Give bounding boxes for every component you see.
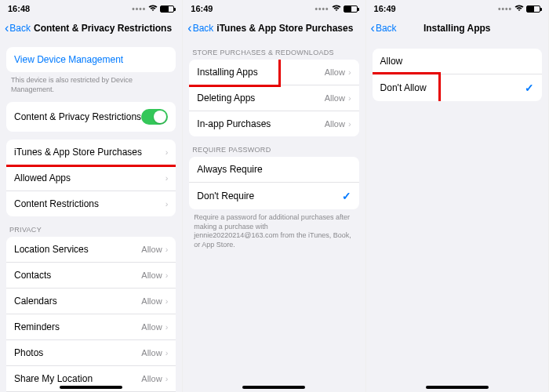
back-button[interactable]: ‹ Back <box>187 22 213 34</box>
status-icons: •••• <box>498 4 540 13</box>
row-label: Photos <box>14 347 141 358</box>
back-button[interactable]: ‹ Back <box>5 22 31 34</box>
chevron-right-icon: › <box>165 199 169 209</box>
cellular-icon: •••• <box>132 5 146 13</box>
toggle-switch-on[interactable] <box>141 109 168 125</box>
deleting-apps-row[interactable]: Deleting Apps Allow › <box>189 85 358 111</box>
clock: 16:49 <box>191 4 213 13</box>
row-label: Calendars <box>14 296 141 307</box>
link-label: View Device Management <box>14 54 168 65</box>
require-password-group: Always Require Don't Require ✓ <box>189 157 358 209</box>
wifi-icon <box>514 4 524 13</box>
row-label: Location Services <box>14 244 141 255</box>
installing-apps-row[interactable]: Installing Apps Allow › <box>189 60 358 85</box>
password-note: Require a password for additional purcha… <box>183 209 365 258</box>
row-value: Allow <box>141 296 162 306</box>
home-indicator[interactable] <box>60 386 122 389</box>
row-value: Allow <box>141 374 162 383</box>
row-value: Allow <box>141 270 162 280</box>
status-icons: •••• <box>315 4 358 13</box>
store-purchases-header: STORE PURCHASES & REDOWNLOADS <box>183 39 365 60</box>
always-require-row[interactable]: Always Require <box>189 157 358 183</box>
row-label: Installing Apps <box>197 67 324 78</box>
screen-installing-apps: 16:49 •••• ‹ Back Installing Apps Allow … <box>366 0 549 392</box>
store-purchases-group: Installing Apps Allow › Deleting Apps Al… <box>189 60 358 136</box>
cellular-icon: •••• <box>315 5 329 13</box>
chevron-right-icon: › <box>165 245 169 254</box>
home-indicator[interactable] <box>426 386 489 389</box>
status-bar: 16:49 •••• <box>366 0 548 17</box>
row-label: Allowed Apps <box>14 172 165 183</box>
dont-require-row[interactable]: Don't Require ✓ <box>189 183 358 209</box>
row-label: Allow <box>380 56 534 67</box>
itunes-app-store-purchases-row[interactable]: iTunes & App Store Purchases › <box>6 140 176 165</box>
row-value: Allow <box>141 348 162 358</box>
back-label: Back <box>376 23 397 34</box>
row-label: Don't Require <box>197 191 341 201</box>
page-title: iTunes & App Store Purchases <box>216 23 353 34</box>
view-device-management-link[interactable]: View Device Management <box>6 47 176 72</box>
chevron-right-icon: › <box>348 119 351 129</box>
wifi-icon <box>332 4 341 13</box>
allow-option-row[interactable]: Allow <box>373 49 542 74</box>
chevron-right-icon: › <box>165 173 169 183</box>
nav-bar: ‹ Back Installing Apps <box>366 17 548 39</box>
status-bar: 16:48 •••• <box>0 0 182 17</box>
calendars-row[interactable]: CalendarsAllow› <box>6 289 176 314</box>
chevron-right-icon: › <box>348 93 351 103</box>
clock: 16:48 <box>8 4 30 13</box>
wifi-icon <box>148 4 158 13</box>
row-label: Always Require <box>197 164 351 175</box>
in-app-purchases-row[interactable]: In-app Purchases Allow › <box>189 111 358 136</box>
chevron-right-icon: › <box>165 296 169 306</box>
chevron-right-icon: › <box>165 348 169 358</box>
photos-row[interactable]: PhotosAllow› <box>6 340 176 366</box>
chevron-left-icon: ‹ <box>5 22 9 34</box>
checkmark-icon: ✓ <box>342 190 351 202</box>
page-title: Installing Apps <box>424 23 491 34</box>
battery-icon <box>160 5 174 13</box>
back-label: Back <box>9 23 31 34</box>
restrictions-toggle-group: Content & Privacy Restrictions <box>6 102 176 132</box>
row-label: iTunes & App Store Purchases <box>14 147 165 158</box>
row-value: Allow <box>141 322 162 332</box>
chevron-right-icon: › <box>165 270 169 280</box>
nav-bar: ‹ Back Content & Privacy Restrictions <box>0 17 182 39</box>
row-label: Content Restrictions <box>14 198 165 209</box>
chevron-right-icon: › <box>348 67 351 77</box>
row-label: Reminders <box>14 321 141 332</box>
location-services-row[interactable]: Location ServicesAllow› <box>6 237 176 263</box>
require-password-header: REQUIRE PASSWORD <box>183 136 365 157</box>
clock: 16:49 <box>374 4 396 13</box>
dont-allow-option-row[interactable]: Don't Allow ✓ <box>373 74 542 101</box>
home-indicator[interactable] <box>242 386 305 389</box>
chevron-left-icon: ‹ <box>187 22 191 34</box>
reminders-row[interactable]: RemindersAllow› <box>6 314 176 340</box>
allowed-apps-row[interactable]: Allowed Apps › <box>6 165 176 191</box>
back-label: Back <box>193 23 214 34</box>
page-title: Content & Privacy Restrictions <box>34 23 172 34</box>
content-restrictions-row[interactable]: Content Restrictions › <box>6 191 176 216</box>
battery-icon <box>526 5 540 13</box>
contacts-row[interactable]: ContactsAllow› <box>6 263 176 289</box>
screen-store-purchases: 16:49 •••• ‹ Back iTunes & App Store Pur… <box>183 0 365 392</box>
privacy-header: PRIVACY <box>0 216 182 237</box>
row-value: Allow <box>325 67 345 77</box>
device-management-note: This device is also restricted by Device… <box>0 72 182 102</box>
row-value: Allow <box>325 119 345 129</box>
chevron-right-icon: › <box>165 147 169 157</box>
row-value: Allow <box>141 245 162 254</box>
toggle-label: Content & Privacy Restrictions <box>14 111 141 122</box>
back-button[interactable]: ‹ Back <box>371 22 397 34</box>
row-label: Don't Allow <box>380 82 525 93</box>
restrictions-toggle-row[interactable]: Content & Privacy Restrictions <box>6 102 176 132</box>
status-bar: 16:49 •••• <box>183 0 365 17</box>
purchases-group: iTunes & App Store Purchases › Allowed A… <box>6 140 176 216</box>
row-value: Allow <box>325 93 345 103</box>
battery-icon <box>344 5 358 13</box>
cellular-icon: •••• <box>498 5 512 13</box>
chevron-right-icon: › <box>165 322 169 332</box>
chevron-left-icon: ‹ <box>371 22 375 34</box>
privacy-group: Location ServicesAllow› ContactsAllow› C… <box>6 237 176 392</box>
row-label: Contacts <box>14 270 141 281</box>
